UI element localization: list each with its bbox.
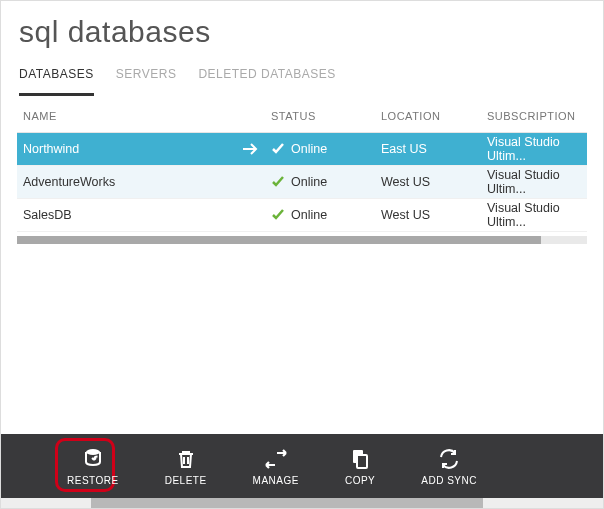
scrollbar-thumb[interactable] <box>17 236 541 244</box>
db-name: AdventureWorks <box>23 175 115 189</box>
copy-button[interactable]: COPY <box>345 447 375 486</box>
table-row[interactable]: Northwind Online East US Visual Studio U… <box>17 133 587 166</box>
cmd-label: ADD SYNC <box>421 475 477 486</box>
command-bar: RESTORE DELETE MANAGE <box>1 434 603 498</box>
location-text: West US <box>381 175 487 189</box>
restore-button[interactable]: RESTORE <box>67 447 119 486</box>
manage-button[interactable]: MANAGE <box>253 447 299 486</box>
manage-icon <box>263 447 289 471</box>
location-text: West US <box>381 208 487 222</box>
add-sync-button[interactable]: ADD SYNC <box>421 447 477 486</box>
col-header-location[interactable]: LOCATION <box>381 110 487 122</box>
cmd-label: RESTORE <box>67 475 119 486</box>
restore-icon <box>81 447 105 471</box>
subscription-text: Visual Studio Ultim... <box>487 168 581 196</box>
scrollbar-thumb[interactable] <box>91 498 482 508</box>
page: sql databases DATABASES SERVERS DELETED … <box>0 0 604 509</box>
col-header-subscription[interactable]: SUBSCRIPTION <box>487 110 581 122</box>
tab-deleted-databases[interactable]: DELETED DATABASES <box>198 67 335 96</box>
col-header-name[interactable]: NAME <box>23 110 271 122</box>
delete-button[interactable]: DELETE <box>165 447 207 486</box>
cmd-label: COPY <box>345 475 375 486</box>
trash-icon <box>174 447 198 471</box>
db-name: Northwind <box>23 142 79 156</box>
horizontal-scrollbar[interactable] <box>17 236 587 244</box>
check-icon <box>271 175 285 189</box>
cmd-label: MANAGE <box>253 475 299 486</box>
page-title: sql databases <box>1 1 603 57</box>
window-scrollbar[interactable] <box>1 498 603 508</box>
spacer <box>1 244 603 434</box>
sync-icon <box>437 447 461 471</box>
tab-databases[interactable]: DATABASES <box>19 67 94 96</box>
col-header-status[interactable]: STATUS <box>271 110 381 122</box>
subscription-text: Visual Studio Ultim... <box>487 201 581 229</box>
copy-icon <box>348 447 372 471</box>
table-header: NAME STATUS LOCATION SUBSCRIPTION <box>17 96 587 133</box>
check-icon <box>271 142 285 156</box>
tab-servers[interactable]: SERVERS <box>116 67 177 96</box>
svg-rect-2 <box>357 455 367 468</box>
table-row[interactable]: AdventureWorks Online West US Visual Stu… <box>17 166 587 199</box>
check-icon <box>271 208 285 222</box>
db-name: SalesDB <box>23 208 72 222</box>
tab-bar: DATABASES SERVERS DELETED DATABASES <box>1 57 603 96</box>
database-table: NAME STATUS LOCATION SUBSCRIPTION Northw… <box>17 96 587 232</box>
location-text: East US <box>381 142 487 156</box>
table-row[interactable]: SalesDB Online West US Visual Studio Ult… <box>17 199 587 232</box>
arrow-right-icon[interactable] <box>243 143 259 155</box>
cmd-label: DELETE <box>165 475 207 486</box>
svg-point-0 <box>86 449 100 455</box>
status-text: Online <box>291 175 327 189</box>
status-text: Online <box>291 208 327 222</box>
status-text: Online <box>291 142 327 156</box>
subscription-text: Visual Studio Ultim... <box>487 135 581 163</box>
